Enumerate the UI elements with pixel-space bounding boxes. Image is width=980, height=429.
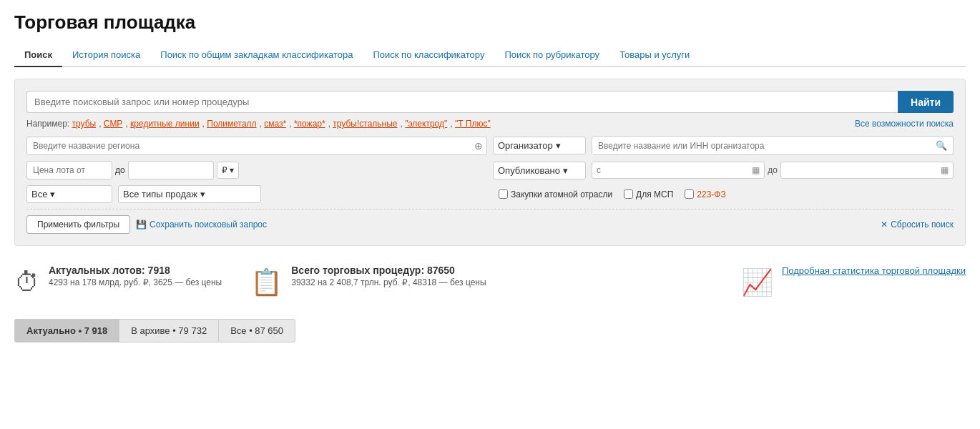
organizer-chevron-icon: ▾ (556, 140, 561, 151)
hints-prefix: Например: (26, 119, 69, 129)
published-select[interactable]: Опубликовано ▾ (493, 162, 586, 179)
sale-types-chevron-icon: ▾ (200, 189, 205, 199)
fz223-label: 223-ФЗ (697, 189, 725, 199)
reset-search-link[interactable]: ✕ Сбросить поиск (881, 220, 954, 230)
organizer-select[interactable]: Организатор ▾ (493, 137, 586, 154)
bottom-tab-all[interactable]: Все • 87 650 (218, 319, 295, 342)
tab-rubricator[interactable]: Поиск по рубрикатору (494, 44, 609, 67)
search-panel: Найти Например: трубы, СМР, кредитные ли… (14, 79, 966, 246)
lots-stat: ⏱ Актуальных лотов: 7918 4293 на 178 млр… (14, 265, 222, 297)
page-title: Торговая площадка (14, 11, 966, 34)
currency-select[interactable]: ₽ ▾ (217, 162, 239, 179)
date-to-input[interactable] (785, 165, 938, 175)
bottom-tab-archive[interactable]: В архиве • 79 732 (119, 319, 218, 342)
currency-symbol: ₽ (222, 165, 227, 175)
lots-title: Актуальных лотов: 7918 (49, 265, 222, 276)
currency-chevron-icon: ▾ (230, 165, 234, 175)
search-input[interactable] (26, 91, 898, 113)
msp-checkbox[interactable] (624, 189, 633, 199)
msp-label: Для МСП (636, 189, 673, 199)
save-query-link[interactable]: 💾 Сохранить поисковый запрос (136, 220, 267, 230)
tab-goods[interactable]: Товары и услуги (609, 44, 700, 67)
hint-truby[interactable]: трубы (72, 119, 97, 129)
hint-smaz[interactable]: смаз* (264, 119, 286, 129)
hint-t-plyus[interactable]: "Т Плюс" (455, 119, 491, 129)
tab-bookmarks[interactable]: Поиск по общим закладкам классификатора (150, 44, 363, 67)
reset-icon: ✕ (881, 220, 888, 230)
date-from-input[interactable] (597, 165, 749, 175)
bottom-tab-actual[interactable]: Актуально • 7 918 (14, 319, 119, 342)
checkbox-msp[interactable]: Для МСП (624, 189, 673, 199)
stat-detail-link[interactable]: Подробная статистика торговой площадки (782, 265, 966, 277)
hint-polimetall[interactable]: Полиметалл (207, 119, 256, 129)
actions-row: Применить фильтры 💾 Сохранить поисковый … (26, 209, 954, 234)
bottom-tabs: Актуально • 7 918 В архиве • 79 732 Все … (14, 319, 966, 342)
stats-row: ⏱ Актуальных лотов: 7918 4293 на 178 млр… (14, 257, 966, 305)
procedures-icon: 📋 (250, 267, 283, 297)
date-to-separator: до (768, 165, 778, 175)
price-to-input[interactable] (128, 161, 214, 179)
checkbox-atomic[interactable]: Закупки атомной отрасли (499, 189, 612, 199)
published-chevron-icon: ▾ (563, 165, 568, 176)
calendar-from-icon[interactable]: ▦ (752, 165, 760, 175)
save-icon: 💾 (136, 220, 147, 230)
tab-history[interactable]: История поиска (62, 44, 150, 67)
organizer-label: Организатор (498, 140, 553, 151)
atomic-label: Закупки атомной отрасли (511, 189, 612, 199)
organizer-input[interactable] (592, 137, 930, 154)
sale-types-label: Все типы продаж (123, 189, 197, 199)
tab-search[interactable]: Поиск (14, 44, 62, 67)
published-label: Опубликовано (498, 165, 560, 176)
organizer-search-icon[interactable]: 🔍 (930, 137, 953, 154)
hint-smr[interactable]: СМР (104, 119, 123, 129)
apply-filters-button[interactable]: Применить фильтры (26, 215, 130, 234)
atomic-checkbox[interactable] (499, 189, 508, 199)
checkbox-223fz[interactable]: 223-ФЗ (685, 189, 725, 199)
chart-icon: 📈 (741, 267, 773, 297)
save-label: Сохранить поисковый запрос (150, 220, 267, 230)
fz223-checkbox[interactable] (685, 189, 694, 199)
lots-icon: ⏱ (14, 267, 40, 297)
stat-link-block: 📈 Подробная статистика торговой площадки (741, 265, 966, 297)
price-to-label: до (115, 165, 125, 175)
hint-kreditnye[interactable]: кредитные линии (130, 119, 200, 129)
procedures-title: Всего торговых процедур: 87650 (291, 265, 486, 276)
lots-sub: 4293 на 178 млрд. руб. ₽, 3625 — без цен… (49, 277, 222, 287)
sale-types-select[interactable]: Все типы продаж ▾ (118, 185, 261, 203)
procedures-stat: 📋 Всего торговых процедур: 87650 39332 н… (250, 265, 486, 297)
calendar-to-icon[interactable]: ▦ (941, 165, 949, 175)
all-types-chevron-icon: ▾ (50, 189, 55, 199)
search-button[interactable]: Найти (898, 91, 954, 113)
tab-classifier[interactable]: Поиск по классификатору (363, 44, 494, 67)
procedures-sub: 39332 на 2 408,7 трлн. руб. ₽, 48318 — б… (291, 277, 486, 287)
plus-circle-icon: ⊕ (474, 140, 483, 152)
hint-pozhar[interactable]: *пожар* (294, 119, 325, 129)
reset-label: Сбросить поиск (891, 220, 954, 230)
hint-elektrod[interactable]: "электрод" (405, 119, 447, 129)
all-types-select[interactable]: Все ▾ (26, 185, 112, 203)
all-options-link[interactable]: Все возможности поиска (855, 119, 954, 129)
hint-truby-stalnye[interactable]: трубы!стальные (333, 119, 397, 129)
price-from-input[interactable] (26, 161, 112, 179)
hints-row: Например: трубы, СМР, кредитные линии, П… (26, 119, 954, 129)
main-tabs: Поиск История поиска Поиск по общим закл… (14, 44, 966, 67)
all-types-label: Все (31, 189, 47, 199)
region-input[interactable] (26, 137, 487, 155)
